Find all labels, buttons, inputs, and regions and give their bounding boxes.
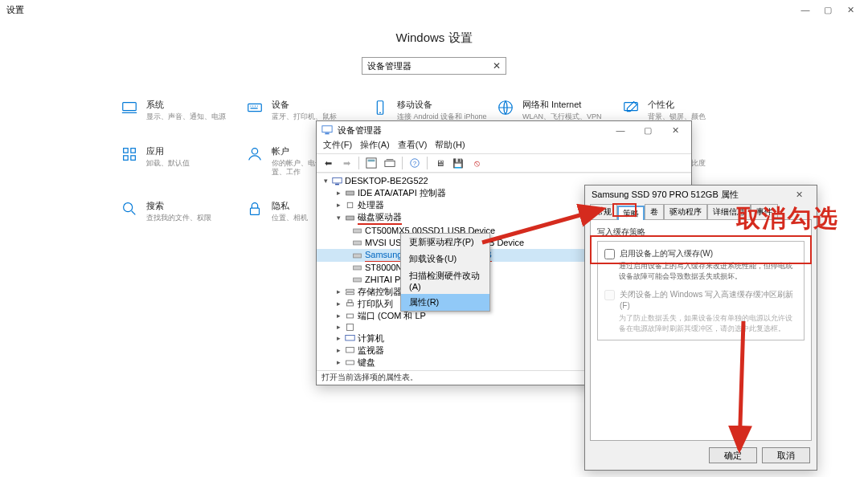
settings-category-devices[interactable]: 设备蓝牙、打印机、鼠标 (246, 99, 366, 121)
settings-category-system[interactable]: 系统显示、声音、通知、电源 (121, 99, 241, 121)
props-tab-driver[interactable]: 驱动程序 (664, 204, 707, 219)
printer-icon (345, 299, 355, 309)
svg-rect-29 (354, 241, 362, 245)
devmgr-title-bar[interactable]: 设备管理器 ― ▢ ✕ (317, 121, 691, 139)
devmgr-maximize-button[interactable]: ▢ (637, 122, 659, 138)
svg-rect-30 (354, 254, 362, 258)
props-tab-details[interactable]: 详细信息 (707, 204, 751, 219)
svg-rect-8 (131, 156, 136, 161)
settings-category-personalization[interactable]: 个性化背景、锁屏、颜色 (622, 99, 743, 121)
svg-rect-5 (124, 148, 129, 153)
drive-icon (352, 275, 362, 285)
props-write-cache-label: 启用设备上的写入缓存(W) (620, 248, 713, 259)
properties-dialog: Samsung SSD 970 PRO 512GB 属性 ✕ 常规 策略 卷 驱… (584, 185, 817, 471)
svg-rect-38 (346, 324, 353, 330)
svg-rect-15 (251, 208, 260, 214)
settings-category-search[interactable]: 搜索查找我的文件、权限 (121, 200, 241, 222)
ctx-properties[interactable]: 属性(R) (401, 294, 489, 311)
props-write-cache-checkbox-row[interactable]: 启用设备上的写入缓存(W) (604, 248, 797, 259)
devmgr-menu-file[interactable]: 文件(F) (323, 139, 352, 153)
toolbar-disable-icon[interactable]: ⦸ (469, 156, 485, 170)
svg-rect-7 (124, 156, 129, 161)
devmgr-title: 设备管理器 (338, 124, 382, 137)
devmgr-minimize-button[interactable]: ― (609, 122, 632, 138)
props-ok-button[interactable]: 确定 (709, 447, 757, 463)
toolbar-uninstall-icon[interactable]: 💾 (450, 156, 466, 170)
toolbar-view-icon[interactable] (363, 156, 379, 170)
settings-search-field[interactable]: ✕ (362, 57, 506, 75)
devmgr-menu-action[interactable]: 操作(A) (360, 139, 390, 153)
settings-category-apps[interactable]: 应用卸载、默认值 (121, 145, 241, 177)
devmgr-toolbar: ⬅ ➡ ? 🖥 💾 ⦸ (317, 153, 691, 173)
devmgr-icon (321, 124, 333, 136)
toolbar-scan-icon[interactable] (382, 156, 398, 170)
props-tab-policy[interactable]: 策略 (617, 206, 645, 220)
settings-minimize-button[interactable]: ― (794, 2, 817, 18)
svg-rect-26 (347, 202, 353, 208)
svg-rect-16 (322, 126, 332, 132)
settings-search-input[interactable] (367, 61, 493, 71)
props-tab-volume[interactable]: 卷 (645, 204, 664, 219)
svg-rect-19 (368, 160, 375, 162)
svg-rect-0 (123, 103, 137, 111)
props-close-button[interactable]: ✕ (788, 186, 810, 202)
props-cancel-button[interactable]: 取消 (762, 447, 810, 463)
computer-icon (332, 176, 342, 186)
props-tab-general[interactable]: 常规 (590, 204, 617, 219)
firmware-icon (345, 322, 355, 332)
settings-search-clear-icon[interactable]: ✕ (493, 60, 501, 71)
settings-heading: Windows 设置 (0, 31, 868, 46)
svg-rect-31 (354, 266, 362, 270)
toolbar-back-icon[interactable]: ⬅ (320, 156, 336, 170)
props-flush-label: 关闭设备上的 Windows 写入高速缓存缓冲区刷新(F) (620, 289, 797, 312)
keyboard-icon (345, 357, 355, 368)
drive-icon (345, 188, 355, 198)
ctx-scan[interactable]: 扫描检测硬件改动(A) (401, 267, 489, 294)
settings-maximize-button[interactable]: ▢ (817, 2, 839, 18)
svg-rect-41 (346, 361, 354, 365)
devmgr-menu-view[interactable]: 查看(V) (398, 139, 428, 153)
devmgr-close-button[interactable]: ✕ (664, 122, 686, 138)
ctx-update-driver[interactable]: 更新驱动程序(P) (401, 234, 489, 251)
settings-category-network[interactable]: 网络和 InternetWLAN、飞行模式、VPN (497, 99, 617, 121)
settings-close-button[interactable]: ✕ (839, 2, 862, 18)
props-title-bar[interactable]: Samsung SSD 970 PRO 512GB 属性 ✕ (585, 186, 817, 203)
svg-rect-20 (385, 161, 395, 166)
apps-icon (121, 145, 138, 163)
devmgr-menu-help[interactable]: 帮助(H) (435, 139, 465, 153)
svg-rect-35 (346, 303, 353, 306)
svg-rect-34 (346, 292, 354, 294)
drive-icon (352, 238, 362, 248)
svg-text:?: ? (413, 160, 417, 167)
svg-point-9 (252, 148, 257, 153)
svg-rect-24 (335, 184, 339, 186)
devmgr-context-menu: 更新驱动程序(P) 卸载设备(U) 扫描检测硬件改动(A) 属性(R) (400, 233, 490, 312)
laptop-icon (121, 99, 138, 116)
props-flush-desc: 为了防止数据丢失，如果设备没有单独的电源以允许设备在电源故障时刷新其缓冲区，请勿… (604, 313, 797, 333)
globe-icon (497, 99, 514, 116)
tree-twist-icon[interactable]: ▾ (321, 177, 330, 186)
drive-icon (352, 263, 362, 273)
svg-rect-33 (346, 289, 354, 291)
svg-rect-27 (346, 216, 354, 220)
svg-rect-32 (354, 278, 362, 282)
props-tab-events[interactable]: 事件 (751, 204, 778, 219)
toolbar-help-icon[interactable]: ? (407, 156, 423, 170)
toolbar-refresh-icon[interactable]: 🖥 (432, 156, 448, 170)
svg-rect-37 (346, 314, 353, 318)
svg-point-14 (124, 203, 133, 212)
drive-icon (352, 251, 362, 261)
props-write-cache-checkbox[interactable] (604, 249, 615, 259)
settings-title-bar: 设置 ― ▢ ✕ (0, 0, 868, 19)
search-icon (121, 200, 138, 218)
svg-rect-36 (348, 300, 352, 303)
settings-category-phone[interactable]: 移动设备连接 Android 设备和 iPhone (371, 99, 492, 121)
storage-icon (345, 287, 355, 297)
keyboard-icon (246, 99, 264, 116)
ctx-uninstall[interactable]: 卸载设备(U) (401, 251, 489, 267)
lock-icon (246, 200, 264, 218)
cpu-icon (345, 200, 355, 210)
svg-rect-23 (333, 177, 342, 183)
toolbar-forward-icon[interactable]: ➡ (338, 156, 354, 170)
tree-disk-drives[interactable]: 磁盘驱动器 (358, 211, 402, 225)
